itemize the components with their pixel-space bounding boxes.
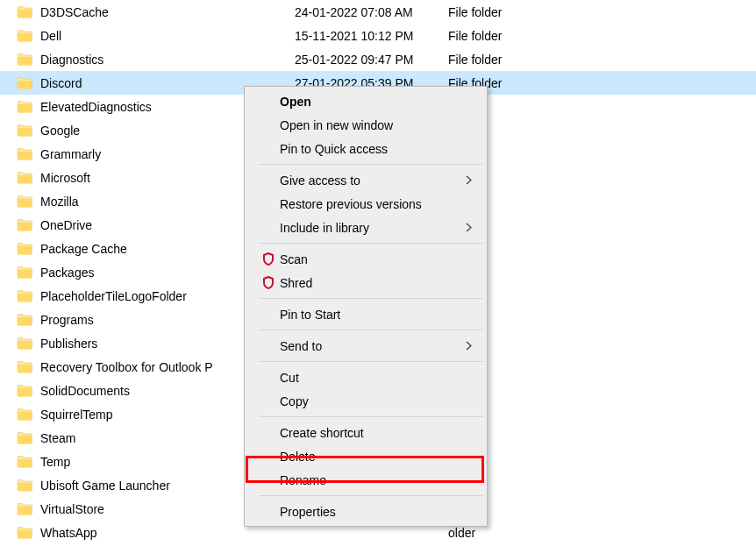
menu-label: Restore previous versions xyxy=(280,197,485,211)
file-row[interactable]: D3DSCache24-01-2022 07:08 AMFile folder xyxy=(0,0,756,24)
menu-label: Create shortcut xyxy=(280,426,485,440)
folder-icon xyxy=(17,171,32,184)
folder-icon xyxy=(17,384,32,397)
menu-label: Include in library xyxy=(280,221,485,235)
file-row[interactable]: Dell15-11-2021 10:12 PMFile folder xyxy=(0,24,756,47)
folder-icon xyxy=(17,5,32,18)
menu-label: Cut xyxy=(280,371,485,385)
folder-icon xyxy=(17,337,32,350)
file-name: WhatsApp xyxy=(40,526,295,540)
menu-label: Give access to xyxy=(280,174,485,188)
folder-icon xyxy=(17,526,32,539)
menu-label: Delete xyxy=(280,450,485,464)
menu-label: Open xyxy=(280,95,485,109)
file-date: 25-01-2022 09:47 PM xyxy=(295,53,448,67)
menu-include-in-library[interactable]: Include in library xyxy=(246,216,485,239)
menu-send-to[interactable]: Send to xyxy=(246,334,485,358)
chevron-right-icon xyxy=(465,339,473,353)
folder-icon xyxy=(17,100,32,113)
menu-cut[interactable]: Cut xyxy=(246,365,485,389)
menu-separator xyxy=(259,164,483,165)
folder-icon xyxy=(17,218,32,231)
file-name: Diagnostics xyxy=(40,53,295,67)
menu-properties[interactable]: Properties xyxy=(246,500,485,523)
menu-give-access-to[interactable]: Give access to xyxy=(246,168,485,192)
folder-icon xyxy=(17,313,32,326)
folder-icon xyxy=(17,195,32,208)
menu-label: Rename xyxy=(280,473,485,487)
menu-separator xyxy=(259,243,483,244)
file-type: File folder xyxy=(448,29,502,43)
menu-delete[interactable]: Delete xyxy=(246,444,485,468)
menu-restore-previous[interactable]: Restore previous versions xyxy=(246,192,485,216)
folder-icon xyxy=(17,124,32,137)
folder-icon xyxy=(17,408,32,421)
menu-shred[interactable]: Shred xyxy=(246,271,485,294)
shield-icon xyxy=(262,276,280,289)
menu-separator xyxy=(259,416,483,417)
menu-label: Pin to Quick access xyxy=(280,142,485,156)
menu-label: Shred xyxy=(280,276,485,290)
folder-icon xyxy=(17,76,32,89)
folder-icon xyxy=(17,431,32,444)
menu-copy[interactable]: Copy xyxy=(246,389,485,413)
shield-icon xyxy=(262,252,280,266)
folder-icon xyxy=(17,502,32,515)
file-row[interactable]: Diagnostics25-01-2022 09:47 PMFile folde… xyxy=(0,47,756,71)
file-type: older xyxy=(448,526,475,540)
menu-label: Open in new window xyxy=(280,118,485,132)
folder-icon xyxy=(17,242,32,255)
menu-rename[interactable]: Rename xyxy=(246,468,485,492)
menu-open[interactable]: Open xyxy=(246,89,485,113)
folder-icon xyxy=(17,360,32,373)
menu-label: Send to xyxy=(280,339,485,353)
file-date: 24-01-2022 07:08 AM xyxy=(295,5,448,19)
folder-icon xyxy=(17,147,32,160)
menu-open-new-window[interactable]: Open in new window xyxy=(246,113,485,137)
folder-icon xyxy=(17,479,32,492)
chevron-right-icon xyxy=(465,174,473,188)
menu-label: Copy xyxy=(280,394,485,408)
file-name: Dell xyxy=(40,29,295,43)
menu-pin-to-start[interactable]: Pin to Start xyxy=(246,302,485,326)
chevron-right-icon xyxy=(465,221,473,235)
context-menu: Open Open in new window Pin to Quick acc… xyxy=(244,86,488,527)
file-type: File folder xyxy=(448,53,502,67)
menu-create-shortcut[interactable]: Create shortcut xyxy=(246,421,485,444)
menu-separator xyxy=(259,495,483,496)
menu-label: Scan xyxy=(280,252,485,266)
folder-icon xyxy=(17,455,32,468)
menu-pin-quick-access[interactable]: Pin to Quick access xyxy=(246,137,485,160)
menu-separator xyxy=(259,330,483,330)
folder-icon xyxy=(17,289,32,302)
file-type: File folder xyxy=(448,5,502,19)
menu-separator xyxy=(259,361,483,362)
folder-icon xyxy=(17,266,32,279)
folder-icon xyxy=(17,29,32,42)
file-date: 15-11-2021 10:12 PM xyxy=(295,29,448,43)
menu-scan[interactable]: Scan xyxy=(246,247,485,271)
menu-label: Pin to Start xyxy=(280,308,485,322)
menu-label: Properties xyxy=(280,505,485,519)
file-name: D3DSCache xyxy=(40,5,295,19)
menu-separator xyxy=(259,298,483,299)
folder-icon xyxy=(17,53,32,66)
